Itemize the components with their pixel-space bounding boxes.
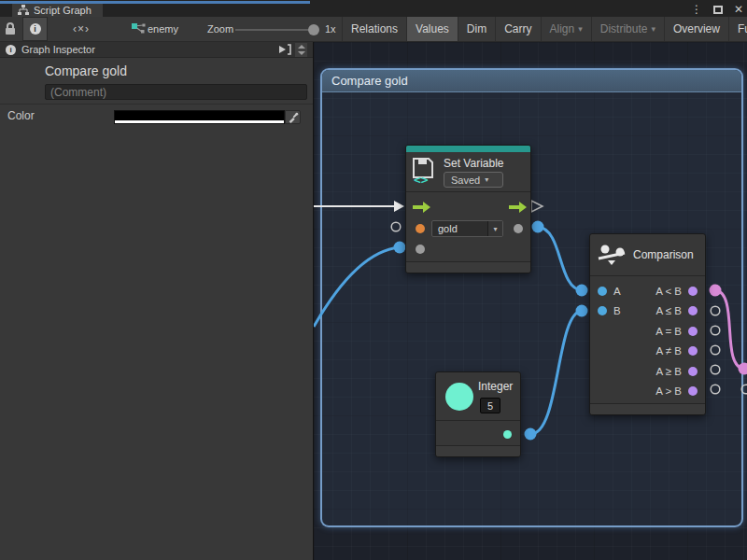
integer-type-icon <box>445 383 473 411</box>
panel-spinner[interactable] <box>295 43 307 57</box>
color-swatch[interactable] <box>114 110 285 124</box>
chevron-down-icon: ▾ <box>578 24 583 34</box>
input-label-b: B <box>613 305 621 316</box>
graph-breadcrumb[interactable]: enemy <box>148 17 178 41</box>
node-footer <box>406 261 530 273</box>
node-integer[interactable]: Integer <box>435 371 521 457</box>
flow-ports-row <box>406 197 530 217</box>
input-label-a: A <box>613 286 621 297</box>
comparison-row: A ≥ B <box>590 361 705 382</box>
output-label: A = B <box>655 326 682 337</box>
info-icon: i <box>6 45 16 55</box>
group-header[interactable]: Compare gold <box>322 70 741 92</box>
divider <box>0 104 313 105</box>
maximize-icon[interactable] <box>713 6 723 14</box>
distribute-dropdown[interactable]: Distribute▾ <box>591 17 664 41</box>
eyedropper-button[interactable] <box>285 110 301 124</box>
tab-label: Script Graph <box>34 5 92 16</box>
node-accent-strip <box>406 146 530 152</box>
graph-inspector-header: i Graph Inspector <box>0 42 313 58</box>
overview-button[interactable]: Overview <box>664 17 728 41</box>
value-output-port[interactable] <box>514 224 523 233</box>
node-comparison[interactable]: Comparison A A < B B A ≤ B A = B A ≠ B <box>589 233 706 415</box>
output-port-equal[interactable] <box>688 327 698 336</box>
comparison-row: A = B <box>590 321 705 342</box>
color-swatch-alpha-bar <box>115 120 284 123</box>
flow-output-port[interactable] <box>509 202 527 213</box>
eyedropper-icon <box>288 112 299 123</box>
variable-scope-dropdown[interactable]: Saved ▾ <box>444 172 503 188</box>
window-controls: ⋮ ✕ <box>691 2 743 17</box>
comparison-scale-icon <box>598 244 626 267</box>
integer-header: Integer <box>436 372 520 421</box>
code-view-icon[interactable]: ‹×› <box>62 17 101 41</box>
output-label: A ≠ B <box>656 345 682 357</box>
zoom-slider-track[interactable] <box>235 29 314 31</box>
tab-script-graph[interactable]: Script Graph <box>12 4 103 17</box>
group-title: Compare gold <box>331 74 408 88</box>
comment-input[interactable] <box>45 84 307 100</box>
output-port-lessequal[interactable] <box>688 306 698 315</box>
color-label: Color <box>7 109 35 122</box>
comparison-row: A > B <box>590 382 705 402</box>
carry-button[interactable]: Carry <box>495 17 540 41</box>
dim-button[interactable]: Dim <box>458 17 495 41</box>
output-label: A < B <box>655 286 682 297</box>
output-port-less[interactable] <box>688 287 698 296</box>
integer-output-port[interactable] <box>503 430 512 439</box>
fullscreen-button[interactable]: Full Screen <box>728 17 747 41</box>
flow-input-port[interactable] <box>413 202 430 213</box>
values-button[interactable]: Values <box>406 17 458 41</box>
output-port-notequal[interactable] <box>688 346 698 356</box>
node-footer <box>590 403 705 414</box>
graph-hierarchy-icon <box>18 5 29 16</box>
align-dropdown[interactable]: Align▾ <box>541 17 591 41</box>
output-label: A ≤ B <box>656 305 682 316</box>
value-input-port[interactable] <box>416 245 425 254</box>
input-port-a[interactable] <box>598 287 607 296</box>
graph-inspector-title: Graph Inspector <box>21 44 95 55</box>
dock-panel-icon[interactable] <box>278 44 291 55</box>
zoom-label: Zoom <box>207 17 233 41</box>
variable-name-dropdown[interactable]: gold ▾ <box>431 220 503 237</box>
graph-canvas[interactable]: Compare gold <box>313 42 747 560</box>
integer-value-input[interactable] <box>480 398 500 413</box>
integer-body <box>436 421 520 447</box>
relations-button[interactable]: Relations <box>342 17 406 41</box>
output-label: A ≥ B <box>656 366 682 377</box>
graph-title-field[interactable]: Compare gold <box>45 63 127 78</box>
lock-body <box>6 28 15 35</box>
input-port-b[interactable] <box>598 306 607 315</box>
output-port-greaterequal[interactable] <box>688 367 698 376</box>
set-variable-header: <> Set Variable Saved ▾ <box>406 152 530 192</box>
name-input-port[interactable] <box>416 224 425 233</box>
title-bar: Script Graph ⋮ ✕ <box>0 0 747 17</box>
script-graph-window: Script Graph ⋮ ✕ i ‹×› enemy <box>0 0 747 560</box>
info-icon: i <box>30 23 41 35</box>
color-swatch-rgb <box>115 111 284 120</box>
variable-name-row: gold ▾ <box>406 218 530 239</box>
info-toggle-button[interactable]: i <box>22 17 48 41</box>
window-menu-icon[interactable]: ⋮ <box>691 3 702 16</box>
comparison-header: Comparison <box>590 234 705 276</box>
comparison-row: A ≠ B <box>590 342 705 362</box>
lock-icon[interactable] <box>6 17 17 41</box>
zoom-value: 1x <box>325 17 336 41</box>
comparison-body: A A < B B A ≤ B A = B A ≠ B A ≥ B A > B <box>590 276 705 402</box>
color-field <box>114 110 301 124</box>
chevron-down-icon: ▾ <box>487 221 502 236</box>
zoom-slider-handle[interactable] <box>308 24 319 35</box>
node-title: Integer <box>478 380 513 393</box>
output-port-greater[interactable] <box>688 386 698 396</box>
node-set-variable[interactable]: <> Set Variable Saved ▾ <box>405 145 531 273</box>
node-footer <box>436 445 520 456</box>
svg-text:<>: <> <box>414 173 429 185</box>
spinner-down-icon <box>298 51 305 55</box>
output-label: A > B <box>655 385 682 397</box>
value-input-row <box>406 239 530 259</box>
chevron-down-icon: ▾ <box>485 175 488 184</box>
close-icon[interactable]: ✕ <box>734 3 743 16</box>
toolbar-buttons: Relations Values Dim Carry Align▾ Distri… <box>342 17 747 41</box>
comparison-row: B A ≤ B <box>590 301 705 322</box>
spinner-up-icon <box>298 45 305 49</box>
